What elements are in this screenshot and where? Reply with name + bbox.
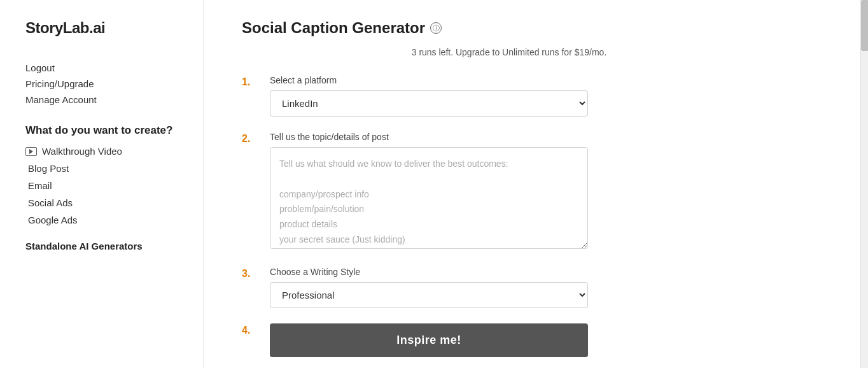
email-link[interactable]: Email (25, 180, 178, 191)
step4-section: 4. Inspire me! (242, 323, 776, 357)
step3-label: Choose a Writing Style (270, 267, 588, 277)
step2-number: 2. (242, 133, 257, 145)
step4-number: 4. (242, 325, 257, 336)
step2-label: Tell us the topic/details of post (270, 132, 588, 142)
step3-field: Choose a Writing Style ProfessionalCasua… (270, 267, 588, 308)
scrollbar-thumb[interactable] (861, 0, 868, 51)
scrollbar[interactable] (860, 0, 868, 368)
create-section-title: What do you want to create? (25, 124, 178, 137)
walkthrough-video-item[interactable]: Walkthrough Video (25, 146, 178, 157)
sidebar-nav: Logout Pricing/Upgrade Manage Account (25, 62, 178, 105)
walkthrough-video-label: Walkthrough Video (42, 146, 122, 157)
logo: StoryLab.ai (25, 19, 178, 37)
step2-field: Tell us the topic/details of post (270, 132, 588, 251)
title-row: Social Caption Generator ⓘ (242, 19, 776, 37)
manage-account-link[interactable]: Manage Account (25, 94, 178, 105)
main-content: Social Caption Generator ⓘ 3 runs left. … (204, 0, 815, 368)
blog-post-link[interactable]: Blog Post (25, 163, 178, 174)
step3-number: 3. (242, 268, 257, 280)
step3-section: 3. Choose a Writing Style ProfessionalCa… (242, 267, 776, 308)
pricing-link[interactable]: Pricing/Upgrade (25, 78, 178, 89)
video-icon (25, 147, 37, 156)
step1-section: 1. Select a platform LinkedInTwitterFace… (242, 75, 776, 117)
topic-textarea[interactable] (270, 147, 588, 249)
sidebar: StoryLab.ai Logout Pricing/Upgrade Manag… (0, 0, 204, 368)
logout-link[interactable]: Logout (25, 62, 178, 73)
google-ads-link[interactable]: Google Ads (25, 215, 178, 225)
step4-field: Inspire me! (270, 323, 588, 357)
step1-field: Select a platform LinkedInTwitterFaceboo… (270, 75, 588, 117)
info-icon[interactable]: ⓘ (430, 22, 442, 34)
inspire-button[interactable]: Inspire me! (270, 323, 588, 357)
writing-style-select[interactable]: ProfessionalCasualHumorousInspirationalE… (270, 282, 588, 308)
social-ads-link[interactable]: Social Ads (25, 197, 178, 208)
standalone-section-title: Standalone AI Generators (25, 241, 178, 251)
page-title: Social Caption Generator (242, 19, 425, 37)
step2-section: 2. Tell us the topic/details of post (242, 132, 776, 251)
platform-select[interactable]: LinkedInTwitterFacebookInstagramTikTok (270, 90, 588, 117)
step1-label: Select a platform (270, 75, 588, 85)
step1-number: 1. (242, 76, 257, 88)
runs-notice: 3 runs left. Upgrade to Unlimited runs f… (242, 47, 776, 57)
